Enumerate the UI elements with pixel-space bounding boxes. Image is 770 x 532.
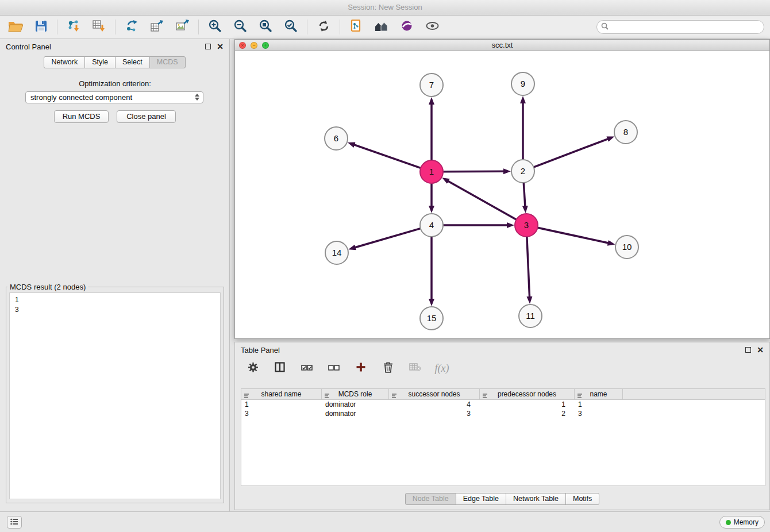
toolbar-separator	[57, 20, 57, 34]
zoom-fit-icon	[259, 20, 272, 34]
open-session-button[interactable]	[6, 18, 25, 36]
tab-node-table[interactable]: Node Table	[405, 493, 456, 505]
task-history-button[interactable]	[7, 516, 22, 529]
dropdown-stepper-icon	[195, 94, 199, 101]
zoom-fit-button[interactable]	[256, 18, 275, 36]
export-table-button[interactable]	[147, 18, 167, 36]
delete-row-button[interactable]	[380, 361, 395, 376]
add-row-button[interactable]	[353, 361, 368, 376]
toolbar-separator	[115, 20, 116, 34]
table-header-row: shared name MCDS role successor nodes pr…	[241, 389, 765, 400]
table-panel: Table Panel ✕	[234, 342, 770, 510]
graph-edge-3-10[interactable]	[538, 228, 608, 242]
import-table-button[interactable]	[89, 18, 109, 36]
column-header-predecessor-nodes[interactable]: predecessor nodes	[480, 389, 575, 399]
graph-edge-2-8[interactable]	[534, 139, 608, 167]
column-header-label: shared name	[261, 390, 301, 398]
import-network-button[interactable]	[64, 18, 83, 36]
graph-node-label: 3	[524, 220, 529, 230]
graph-node-label: 4	[429, 220, 434, 230]
network-file-button[interactable]	[346, 18, 366, 36]
column-chooser-button[interactable]	[272, 361, 287, 376]
graph-node-label: 6	[334, 133, 338, 143]
table-toolbar: f(x)	[245, 361, 449, 376]
column-header-name[interactable]: name	[575, 389, 623, 399]
apply-style-button[interactable]	[397, 18, 417, 36]
run-mcds-button[interactable]: Run MCDS	[54, 110, 109, 123]
table-row[interactable]: 1dominator411	[241, 400, 765, 409]
close-panel-icon[interactable]: ✕	[757, 345, 764, 354]
table-cell: dominator	[322, 409, 389, 418]
tab-network[interactable]: Network	[44, 56, 85, 68]
graph-edge-4-14[interactable]	[356, 229, 420, 248]
mcds-result-box[interactable]: 1 3	[9, 292, 221, 499]
column-header-label: predecessor nodes	[498, 390, 556, 398]
network-canvas[interactable]: 7968124314101511	[235, 51, 769, 338]
control-panel: Control Panel ✕ Network Style Select MCD…	[0, 39, 230, 511]
unselect-all-button[interactable]	[326, 361, 341, 376]
show-details-button[interactable]	[422, 18, 442, 36]
table-cell: dominator	[322, 400, 389, 409]
graph-node-label: 7	[429, 80, 434, 90]
zoom-in-icon	[209, 20, 221, 34]
table-panel-tabs: Node Table Edge Table Network Table Moti…	[235, 493, 769, 505]
criterion-value: strongly connected component	[30, 93, 132, 102]
tab-select[interactable]: Select	[115, 56, 150, 68]
status-bar: Memory	[0, 511, 770, 532]
network-window-titlebar[interactable]: × − + scc.txt	[235, 40, 769, 51]
select-all-button[interactable]	[299, 361, 314, 376]
graph-edge-2-3[interactable]	[523, 183, 525, 206]
close-panel-button[interactable]: Close panel	[117, 110, 176, 123]
delete-column-button[interactable]	[407, 361, 422, 376]
tab-network-table[interactable]: Network Table	[506, 493, 566, 505]
zoom-in-button[interactable]	[205, 18, 225, 36]
tab-style[interactable]: Style	[84, 56, 116, 68]
column-type-icon	[244, 391, 249, 402]
home-browser-button[interactable]	[372, 18, 391, 36]
graph-node-label: 2	[521, 166, 525, 176]
memory-button[interactable]: Memory	[719, 516, 765, 529]
toolbar-separator	[198, 20, 199, 34]
graph-node-label: 9	[521, 79, 525, 88]
table-cell: 3	[389, 409, 480, 418]
tab-mcds[interactable]: MCDS	[149, 56, 186, 68]
float-window-icon[interactable]	[745, 347, 751, 353]
column-header-successor-nodes[interactable]: successor nodes	[389, 389, 480, 399]
float-window-icon[interactable]	[205, 44, 211, 49]
apply-layout-button[interactable]	[314, 18, 333, 36]
tab-edge-table[interactable]: Edge Table	[456, 493, 506, 505]
close-window-icon[interactable]: ×	[239, 42, 246, 49]
save-session-button[interactable]	[31, 18, 51, 36]
graph-node-label: 8	[623, 127, 628, 137]
graph-edge-1-6[interactable]	[355, 145, 420, 168]
zoom-selected-button[interactable]	[281, 18, 301, 36]
graph-edge-1-2[interactable]	[444, 171, 503, 172]
minimize-window-icon[interactable]: −	[251, 42, 257, 49]
search-input[interactable]	[611, 23, 760, 31]
import-network-icon	[67, 20, 80, 35]
table-cell: 4	[389, 400, 480, 409]
close-panel-icon[interactable]: ✕	[217, 42, 224, 51]
list-icon	[10, 517, 18, 527]
column-header-label: MCDS role	[338, 390, 372, 398]
zoom-window-icon[interactable]: +	[262, 42, 269, 49]
tab-motifs[interactable]: Motifs	[565, 493, 599, 505]
home-icon	[375, 20, 388, 34]
function-builder-button[interactable]: f(x)	[434, 361, 449, 376]
criterion-dropdown[interactable]: strongly connected component	[25, 91, 203, 103]
table-row[interactable]: 3dominator323	[241, 409, 765, 418]
window-title: Session: New Session	[348, 3, 422, 11]
export-network-button[interactable]	[122, 18, 141, 36]
graph-edge-3-1[interactable]	[449, 182, 516, 219]
graph-node-label: 11	[526, 311, 535, 321]
column-header-shared-name[interactable]: shared name	[241, 389, 322, 399]
search-field[interactable]	[596, 20, 764, 34]
export-image-button[interactable]	[172, 18, 192, 36]
column-header-mcds-role[interactable]: MCDS role	[322, 389, 389, 399]
zoom-out-button[interactable]	[230, 18, 250, 36]
network-file-icon	[351, 20, 362, 34]
node-table[interactable]: shared name MCDS role successor nodes pr…	[241, 388, 765, 486]
delete-column-icon	[409, 363, 421, 374]
column-settings-button[interactable]	[245, 361, 260, 376]
graph-edge-3-11[interactable]	[527, 237, 530, 296]
